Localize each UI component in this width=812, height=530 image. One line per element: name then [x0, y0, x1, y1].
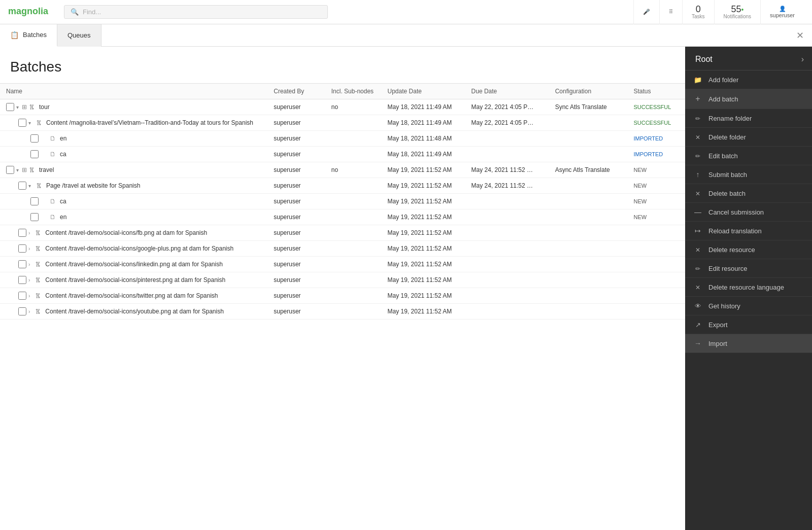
- row-checkbox[interactable]: [18, 276, 26, 284]
- notifications-button[interactable]: 55• Notifications: [714, 0, 760, 24]
- row-created-by: superuser: [267, 99, 325, 115]
- table-row[interactable]: ▾⊞ ⛕travel superuser no May 19, 2021 11:…: [0, 162, 685, 178]
- sidebar-item-delete-folder[interactable]: ✕ Delete folder: [685, 128, 812, 147]
- tab-batches[interactable]: 📋 Batches: [0, 24, 57, 47]
- row-checkbox[interactable]: [18, 182, 26, 190]
- delete-folder-icon: ✕: [695, 134, 700, 141]
- batches-tab-icon: 📋: [10, 31, 19, 39]
- row-name: 🗋ca: [0, 147, 267, 162]
- voice-button[interactable]: 🎤: [633, 0, 659, 24]
- row-created-by: superuser: [267, 272, 325, 288]
- expand-arrow[interactable]: ›: [28, 277, 30, 283]
- row-created-by: superuser: [267, 288, 325, 304]
- table-row[interactable]: ▾ ⛕Page /travel at website for Spanish s…: [0, 178, 685, 194]
- row-checkbox[interactable]: [18, 229, 26, 237]
- row-status: [627, 304, 685, 320]
- row-incl-subnodes: [325, 304, 382, 320]
- batches-table: Name Created By Incl. Sub-nodes Update D…: [0, 83, 685, 320]
- row-update-date: May 19, 2021 11:52 AM: [382, 209, 465, 225]
- sidebar-item-get-history[interactable]: 👁 Get history: [685, 297, 812, 315]
- table-row[interactable]: ▾ ⛕Content /magnolia-travel’s/Vietnam--T…: [0, 115, 685, 131]
- tasks-button[interactable]: 0 Tasks: [682, 0, 714, 24]
- sidebar-header: Root ›: [685, 47, 812, 70]
- close-button[interactable]: ✕: [788, 24, 812, 47]
- row-checkbox[interactable]: [18, 292, 26, 300]
- row-name: › ⛕Content /travel-demo/social-icons/goo…: [0, 241, 267, 257]
- row-checkbox[interactable]: [18, 260, 26, 268]
- username-label: superuser: [770, 12, 795, 18]
- search-bar[interactable]: 🔍 Find...: [64, 5, 328, 19]
- apps-button[interactable]: ⠿: [659, 0, 682, 24]
- expand-arrow[interactable]: ›: [28, 309, 30, 314]
- sidebar-expand-icon[interactable]: ›: [801, 55, 804, 64]
- table-row[interactable]: 🗋en superuser May 18, 2021 11:48 AM IMPO…: [0, 131, 685, 147]
- table-header-row: Name Created By Incl. Sub-nodes Update D…: [0, 84, 685, 99]
- table-row[interactable]: › ⛕Content /travel-demo/social-icons/goo…: [0, 241, 685, 257]
- sidebar-item-cancel-submission[interactable]: — Cancel submission: [685, 203, 812, 222]
- sidebar-item-delete-resource[interactable]: ✕ Delete resource: [685, 240, 812, 259]
- row-configuration: [549, 304, 628, 320]
- row-checkbox[interactable]: [6, 103, 14, 111]
- row-checkbox[interactable]: [6, 166, 14, 174]
- row-due-date: [465, 225, 549, 241]
- sidebar-item-reload-translation[interactable]: ↦ Reload translation: [685, 222, 812, 240]
- user-button[interactable]: 👤 superuser: [760, 0, 804, 24]
- row-configuration: [549, 131, 628, 147]
- row-checkbox[interactable]: [18, 244, 26, 253]
- row-incl-subnodes: [325, 241, 382, 257]
- expand-arrow[interactable]: ▾: [16, 104, 19, 110]
- table-row[interactable]: › ⛕Content /travel-demo/social-icons/fb.…: [0, 225, 685, 241]
- table-row[interactable]: › ⛕Content /travel-demo/social-icons/lin…: [0, 257, 685, 272]
- row-status: [627, 288, 685, 304]
- col-header-incl: Incl. Sub-nodes: [325, 84, 382, 99]
- row-checkbox[interactable]: [30, 150, 39, 158]
- table-row[interactable]: 🗋ca superuser May 18, 2021 11:49 AM IMPO…: [0, 147, 685, 162]
- table-row[interactable]: › ⛕Content /travel-demo/social-icons/twi…: [0, 288, 685, 304]
- sidebar-item-add-batch[interactable]: + Add batch: [685, 89, 812, 109]
- col-header-due: Due Date: [465, 84, 549, 99]
- sidebar-item-label-add-batch: Add batch: [708, 95, 804, 103]
- sidebar-item-add-folder[interactable]: 📁 Add folder: [685, 70, 812, 89]
- table-row[interactable]: › ⛕Content /travel-demo/social-icons/you…: [0, 304, 685, 320]
- expand-arrow[interactable]: ›: [28, 293, 30, 299]
- row-checkbox[interactable]: [30, 197, 39, 205]
- cancel-icon: —: [694, 208, 701, 216]
- page-title: Batches: [0, 47, 685, 83]
- expand-arrow[interactable]: ▾: [28, 120, 31, 126]
- row-checkbox[interactable]: [18, 119, 26, 127]
- sidebar-item-submit-batch[interactable]: ↑ Submit batch: [685, 165, 812, 184]
- table-row[interactable]: 🗋en superuser May 19, 2021 11:52 AM NEW: [0, 209, 685, 225]
- expand-arrow[interactable]: ›: [28, 262, 30, 267]
- row-incl-subnodes: [325, 225, 382, 241]
- sidebar-item-export[interactable]: ↗ Export: [685, 315, 812, 334]
- row-name: ▾⊞ ⛕tour: [0, 99, 267, 115]
- expand-arrow[interactable]: ▾: [16, 167, 19, 173]
- sidebar-item-import[interactable]: → Import: [685, 334, 812, 353]
- row-status: [627, 225, 685, 241]
- row-checkbox[interactable]: [30, 213, 39, 221]
- row-checkbox[interactable]: [30, 134, 39, 143]
- sidebar-item-edit-batch[interactable]: ✏ Edit batch: [685, 147, 812, 165]
- sidebar-item-delete-batch[interactable]: ✕ Delete batch: [685, 184, 812, 203]
- row-name: › ⛕Content /travel-demo/social-icons/lin…: [0, 257, 267, 272]
- table-row[interactable]: 🗋ca superuser May 19, 2021 11:52 AM NEW: [0, 194, 685, 209]
- magnolia-logo: magnolia: [8, 4, 54, 20]
- expand-arrow[interactable]: ›: [28, 246, 30, 252]
- row-checkbox[interactable]: [18, 307, 26, 315]
- table-row[interactable]: ▾⊞ ⛕tour superuser no May 18, 2021 11:49…: [0, 99, 685, 115]
- expand-arrow[interactable]: ▾: [28, 183, 31, 189]
- row-incl-subnodes: [325, 288, 382, 304]
- row-configuration: [549, 115, 628, 131]
- row-created-by: superuser: [267, 304, 325, 320]
- row-created-by: superuser: [267, 241, 325, 257]
- expand-arrow[interactable]: ›: [28, 230, 30, 236]
- row-name: › ⛕Content /travel-demo/social-icons/you…: [0, 304, 267, 320]
- table-row[interactable]: › ⛕Content /travel-demo/social-icons/pin…: [0, 272, 685, 288]
- row-name: ▾⊞ ⛕travel: [0, 162, 267, 178]
- tab-queues[interactable]: Queues: [57, 24, 101, 47]
- sidebar: Root › 📁 Add folder+ Add batch✏ Rename f…: [685, 47, 812, 530]
- sidebar-item-delete-resource-language[interactable]: ✕ Delete resource language: [685, 278, 812, 297]
- sidebar-item-edit-resource[interactable]: ✏ Edit resource: [685, 259, 812, 278]
- sidebar-item-rename-folder[interactable]: ✏ Rename folder: [685, 109, 812, 128]
- row-name: › ⛕Content /travel-demo/social-icons/fb.…: [0, 225, 267, 241]
